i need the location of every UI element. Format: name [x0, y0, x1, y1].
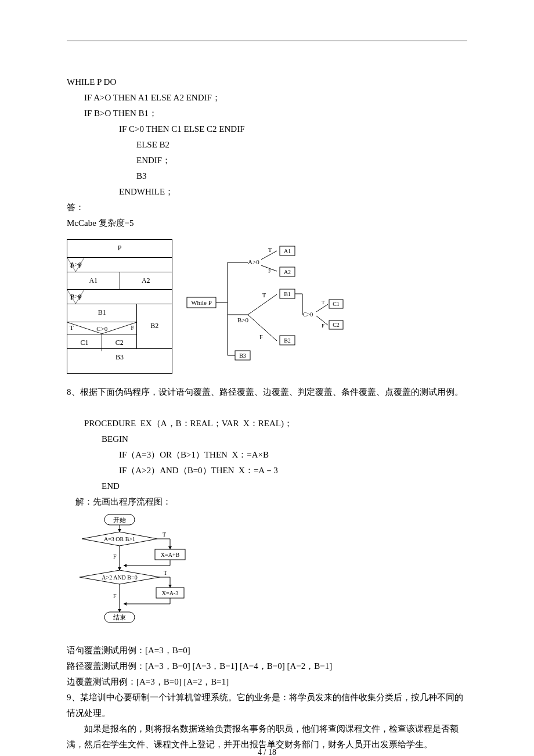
code-line: IF B>O THEN B1； [67, 109, 157, 118]
code-block-2: PROCEDURE EX（A，B：REAL；VAR X：REAL)； BEGIN… [67, 400, 467, 494]
svg-marker-64 [118, 567, 121, 570]
svg-text:B2: B2 [284, 337, 291, 344]
svg-text:X=A-3: X=A-3 [162, 590, 178, 596]
code-line: ELSE B2 [67, 140, 169, 149]
code-line: WHILE P DO [67, 77, 116, 87]
svg-marker-75 [124, 602, 127, 606]
svg-text:T: T [322, 300, 325, 305]
svg-text:A=3 OR B>1: A=3 OR B>1 [104, 536, 135, 542]
svg-text:A>2 AND B=0: A>2 AND B=0 [102, 574, 137, 581]
code-line: IF C>0 THEN C1 ELSE C2 ENDIF [67, 124, 245, 134]
result-edge-coverage: 边覆盖测试用例：[A=3，B=0] [A=2，B=1] [67, 674, 467, 690]
svg-text:T: T [164, 570, 167, 576]
svg-text:F: F [268, 268, 272, 274]
ns-p: P [67, 240, 172, 257]
flowchart: 开始 A=3 OR B>1 T X=A+B F A>2 AND B=0 T X=… [78, 512, 467, 639]
svg-text:F: F [322, 323, 324, 329]
svg-marker-48 [118, 529, 121, 532]
result-statement-coverage: 语句覆盖测试用例：[A=3，B=0] [67, 643, 467, 658]
page-number: 4 / 18 [0, 745, 534, 756]
svg-text:T: T [262, 292, 266, 298]
answer-label: 答： [67, 200, 467, 215]
code-line: PROCEDURE EX（A，B：REAL；VAR X：REAL)； [67, 419, 293, 428]
svg-text:C1: C1 [333, 301, 340, 307]
svg-text:While P: While P [191, 299, 212, 306]
code-line: IF A>O THEN A1 ELSE A2 ENDIF； [67, 93, 221, 102]
svg-text:C>0: C>0 [303, 311, 313, 318]
result-path-coverage: 路径覆盖测试用例：[A=3，B=0] [A=3，B=1] [A=4，B=0] [… [67, 658, 467, 674]
svg-text:开始: 开始 [113, 516, 126, 523]
svg-text:X=A+B: X=A+B [161, 552, 180, 558]
svg-text:T: T [268, 247, 272, 253]
svg-text:A2: A2 [284, 269, 291, 275]
code-line: BEGIN [67, 434, 128, 444]
code-line: IF（A>2）AND（B=0）THEN X：=A－3 [67, 466, 278, 475]
ns-chart: P A>0TF A1A2 B>0TF B1 C>0TF C1C2 B2 B3 [67, 239, 172, 374]
svg-marker-78 [118, 609, 121, 612]
code-line: IF（A=3）OR（B>1）THEN X：=A×B [67, 450, 269, 459]
svg-text:F: F [113, 593, 117, 599]
svg-marker-58 [124, 564, 127, 567]
svg-marker-70 [168, 585, 172, 588]
code-line: B3 [67, 171, 147, 181]
solution-label: 解：先画出程序流程图： [67, 494, 467, 510]
tree-diagram: While P A>0 TF A1 A2 B>0 TF B1 B2 C>0 TF… [184, 239, 347, 374]
svg-marker-54 [168, 546, 172, 549]
mccabe-complexity: McCabe 复杂度=5 [67, 215, 467, 231]
svg-text:A>0: A>0 [248, 258, 259, 265]
svg-text:F: F [259, 334, 263, 340]
svg-text:C2: C2 [333, 322, 340, 328]
svg-text:B>0: B>0 [237, 316, 249, 323]
svg-text:F: F [113, 553, 117, 560]
svg-text:结束: 结束 [113, 614, 126, 621]
question-9: 9、某培训中心要研制一个计算机管理系统。它的业务是：将学员发来的信件收集分类后，… [67, 690, 467, 721]
code-block-1: WHILE P DO IF A>O THEN A1 ELSE A2 ENDIF；… [67, 59, 467, 200]
svg-text:B1: B1 [284, 291, 291, 297]
code-line: ENDIF； [67, 156, 171, 165]
code-line: END [67, 481, 120, 491]
question-8: 8、根据下面伪码程序，设计语句覆盖、路径覆盖、边覆盖、判定覆盖、条件覆盖、点覆盖… [67, 384, 467, 400]
code-line: ENDWHILE； [67, 187, 174, 196]
svg-text:A1: A1 [284, 248, 291, 254]
svg-text:T: T [163, 531, 166, 538]
svg-text:B3: B3 [239, 352, 246, 359]
